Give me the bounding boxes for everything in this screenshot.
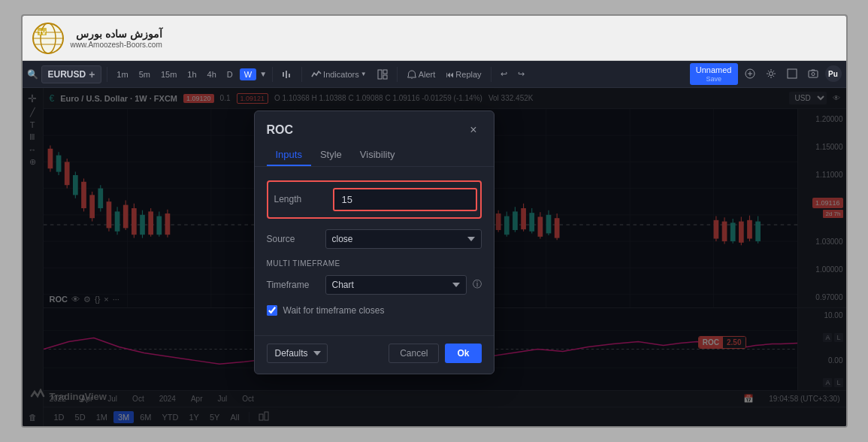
publish-btn[interactable] <box>741 66 759 81</box>
tf-w[interactable]: W <box>240 68 256 80</box>
chart-type-btn[interactable] <box>278 67 296 82</box>
alert-btn[interactable]: Alert <box>403 67 440 82</box>
redo-icon: ↪ <box>518 69 525 79</box>
toolbar-right: Unnamed Save Pu <box>690 63 842 86</box>
footer-btns: Cancel Ok <box>389 344 481 363</box>
length-highlight: Length <box>267 180 482 219</box>
logo-bar: TV آموزش ساده بورس www.Amoozesh-Boors.co… <box>23 16 846 61</box>
indicators-btn[interactable]: Indicators ▼ <box>307 67 370 82</box>
defaults-select[interactable]: Defaults <box>267 344 328 363</box>
svg-rect-9 <box>289 74 290 77</box>
tf-1h[interactable]: 1h <box>183 68 200 81</box>
svg-rect-19 <box>809 71 818 77</box>
divider-5 <box>491 67 491 82</box>
info-icon: ⓘ <box>473 278 482 291</box>
tab-inputs[interactable]: Inputs <box>267 144 311 166</box>
wait-checkbox[interactable] <box>267 305 277 316</box>
camera-btn[interactable] <box>804 66 822 81</box>
tf-5m[interactable]: 5m <box>135 68 154 81</box>
modal-header: ROC × <box>255 111 494 138</box>
length-label: Length <box>274 194 327 204</box>
symbol-selector[interactable]: EURUSD + <box>41 65 102 83</box>
divider-1 <box>107 67 107 82</box>
length-input[interactable] <box>333 188 477 211</box>
svg-point-20 <box>812 73 815 76</box>
length-row: Length <box>274 188 474 211</box>
modal-footer: Defaults Cancel Ok <box>255 335 494 374</box>
svg-text:TV: TV <box>38 29 46 36</box>
logo-text-fa: آموزش ساده بورس <box>71 27 162 41</box>
divider-3 <box>301 67 302 82</box>
undo-icon: ↩ <box>501 69 507 79</box>
tab-style[interactable]: Style <box>311 144 351 166</box>
wait-label: Wait for timeframe closes <box>283 305 385 316</box>
timeframe-select[interactable]: Chart 1m 5m 15m 1h 4h D W <box>325 275 467 295</box>
publish-chart-btn[interactable]: Pu <box>825 65 842 82</box>
chevron-down-icon[interactable]: ▼ <box>259 70 267 78</box>
svg-rect-18 <box>788 69 797 78</box>
logo-icon: TV <box>32 22 65 55</box>
timeframe-row: Timeframe Chart 1m 5m 15m 1h 4h D W ⓘ <box>267 275 482 295</box>
tf-d[interactable]: D <box>223 68 237 81</box>
svg-rect-12 <box>383 75 387 79</box>
source-row: Source close open high low <box>267 229 482 249</box>
divider-4 <box>397 67 398 82</box>
divider-2 <box>272 67 273 82</box>
svg-rect-8 <box>286 71 287 78</box>
modal-body: Length Source close open high low <box>255 167 494 335</box>
main-window: TV آموزش ساده بورس www.Amoozesh-Boors.co… <box>21 14 848 428</box>
svg-rect-7 <box>283 72 284 77</box>
section-label: MULTI TIMEFRAME <box>267 259 482 268</box>
toolbar: 🔍 EURUSD + 1m 5m 15m 1h 4h D W ▼ Indicat… <box>23 61 846 88</box>
tab-visibility[interactable]: Visibility <box>351 144 404 166</box>
source-label: Source <box>267 234 319 244</box>
svg-rect-10 <box>378 70 382 79</box>
undo-btn[interactable]: ↩ <box>497 67 511 81</box>
symbol-label: EURUSD <box>48 69 86 80</box>
modal-tabs: Inputs Style Visibility <box>255 138 494 167</box>
cancel-button[interactable]: Cancel <box>389 344 439 363</box>
indicators-chevron: ▼ <box>361 71 367 77</box>
add-icon: + <box>89 68 95 80</box>
ok-button[interactable]: Ok <box>445 344 481 363</box>
modal-overlay: ROC × Inputs Style Visibility Length <box>23 88 846 426</box>
logo-texts: آموزش ساده بورس www.Amoozesh-Boors.com <box>71 27 162 49</box>
search-icon: 🔍 <box>27 69 38 80</box>
settings-btn[interactable] <box>762 66 780 81</box>
modal-roc: ROC × Inputs Style Visibility Length <box>254 110 494 374</box>
replay-icon: ⏮ <box>446 70 454 79</box>
modal-close-btn[interactable]: × <box>465 122 481 138</box>
timeframe-label: Timeframe <box>267 280 319 290</box>
wait-row: Wait for timeframe closes <box>267 305 482 316</box>
tf-15m[interactable]: 15m <box>157 68 180 81</box>
unnamed-btn[interactable]: Unnamed Save <box>690 63 738 86</box>
tf-4h[interactable]: 4h <box>204 68 220 81</box>
main-area: ✛ ╱ T Ⅲ ↔ ⊕ 🗑 € Euro / U.S. Dollar · 1W … <box>23 88 846 426</box>
svg-rect-11 <box>383 70 387 74</box>
fullscreen-btn[interactable] <box>783 66 801 81</box>
logo-text-en: www.Amoozesh-Boors.com <box>71 41 162 49</box>
modal-title: ROC <box>267 123 294 137</box>
svg-point-17 <box>769 72 773 76</box>
tf-1m[interactable]: 1m <box>113 68 132 81</box>
source-select[interactable]: close open high low <box>325 229 482 249</box>
logo-area: TV آموزش ساده بورس www.Amoozesh-Boors.co… <box>32 22 162 55</box>
layout-btn[interactable] <box>374 67 392 82</box>
replay-btn[interactable]: ⏮ Replay <box>442 68 485 81</box>
redo-btn[interactable]: ↪ <box>514 67 528 81</box>
